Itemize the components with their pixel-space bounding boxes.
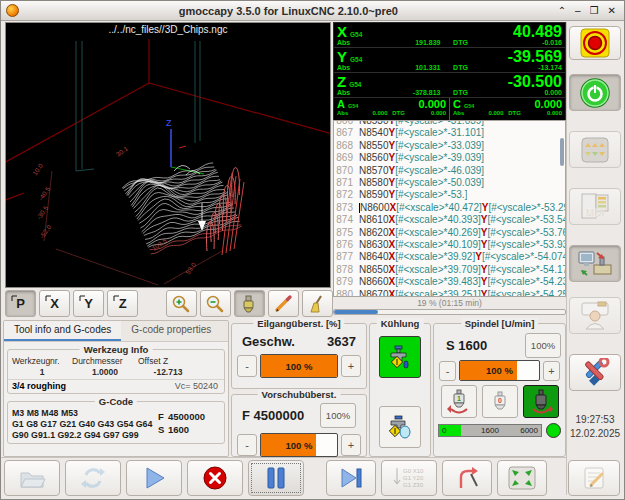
view-perspective-button[interactable]: P [5, 290, 36, 317]
active-m-codes: M3 M8 M48 M53 [12, 408, 158, 419]
dro-axis-c[interactable]: CG540.000 Abs0.000DTG0.000 [449, 98, 565, 120]
gcode-line[interactable]: 880N8670X[#<xscale>*39.251]Y[#<yscale>*-… [334, 289, 565, 297]
tool-diameter-value: 1.0000 [72, 366, 138, 377]
flood-coolant-button[interactable] [379, 336, 421, 378]
tool-vc: Vc= 50240 [175, 381, 218, 391]
tool-diameter-header: Durchmesser [72, 356, 138, 366]
preview-toolbar: P X Y Z [5, 290, 333, 318]
gcode-line[interactable]: 873N8600X[#<xscale>*40.472]Y[#<yscale>*-… [334, 202, 565, 214]
run-button[interactable] [126, 460, 182, 496]
shade-button[interactable]: ⌃ [558, 6, 566, 16]
mist-coolant-button[interactable] [379, 406, 421, 448]
view-x-button[interactable]: X [39, 290, 70, 317]
gremlin-preview[interactable]: Z 10.0-40.5-30.5-52.030.1103.553.0 ../..… [5, 22, 331, 288]
active-g-codes-2: G90 G91.1 G92.2 G94 G97 G99 [12, 430, 158, 441]
gcode-line[interactable]: 877N8640X[#<xscale>*39.92]Y[#<yscale>*-5… [334, 251, 565, 263]
toolpath-view-button[interactable] [234, 290, 265, 317]
maximize-button[interactable]: ❒ [590, 6, 599, 16]
tools-icon [578, 358, 612, 388]
edit-gcode-button[interactable] [568, 460, 620, 496]
gcode-line[interactable]: 868N8550Y[#<yscale>*-33.039] [334, 140, 565, 152]
gcode-line[interactable]: 874N8610X[#<xscale>*40.393]Y[#<yscale>*-… [334, 214, 565, 226]
werkzeug-info-title: Werkzeug Info [80, 344, 153, 355]
progress-text: 19 % (01:15 min) [333, 298, 566, 308]
dro-axis-y[interactable]: YG54-39.569 Abs101.331DTG-13.174 [334, 48, 565, 73]
spindle-reset-100-button[interactable]: 100% [525, 333, 561, 358]
gcode-line[interactable]: 876N8630X[#<xscale>*40.109]Y[#<yscale>*-… [334, 239, 565, 251]
spindle-bar-max: 6000 [520, 426, 538, 435]
reload-file-button[interactable] [65, 460, 121, 496]
spindle-minus-button[interactable]: - [439, 361, 456, 381]
gcode-view[interactable]: 866N8530Y[#<yscale>*-31.039]867N8540Y[#<… [333, 120, 566, 297]
svg-text:1: 1 [457, 395, 461, 402]
estop-icon [579, 28, 611, 58]
gcode-line[interactable]: 866N8530Y[#<yscale>*-31.039] [334, 120, 565, 127]
gcode-line[interactable]: 872N8590Y[#<yscale>*-53.] [334, 189, 565, 201]
dimensions-button[interactable] [268, 290, 299, 317]
mdi-icon: MDI [578, 192, 612, 222]
rapid-plus-button[interactable]: + [341, 355, 361, 377]
gcode-frame-title: G-Code [95, 396, 137, 407]
spindle-cw-button[interactable] [523, 385, 559, 418]
feed-override-scale[interactable]: 100 % [260, 433, 338, 457]
clear-plot-button[interactable] [302, 290, 333, 317]
gcode-line[interactable]: 871N8580Y[#<yscale>*-50.039] [334, 177, 565, 189]
program-control-bar: G0 X10 G1 Y20 G1 Z30 [4, 460, 564, 497]
active-feed: 4500000 [168, 410, 205, 423]
tool-offset-header: Offset Z [138, 356, 198, 366]
tab-tool-info[interactable]: Tool info and G-codes [4, 321, 121, 341]
spindle-bar-min: 0 [442, 426, 446, 435]
gcode-line[interactable]: 870N8570Y[#<yscale>*-46.039] [334, 165, 565, 177]
step-button[interactable] [326, 460, 376, 496]
run-from-line-button[interactable]: G0 X10 G1 Y20 G1 Z30 [381, 460, 437, 496]
gcode-line[interactable]: 878N8650X[#<xscale>*39.709]Y[#<yscale>*-… [334, 264, 565, 276]
dimension-label: 53.0 [184, 261, 197, 276]
gcode-line[interactable]: 879N8660X[#<xscale>*39.483]Y[#<yscale>*-… [334, 276, 565, 288]
view-y-button[interactable]: Y [73, 290, 104, 317]
fullscreen-preview-button[interactable] [497, 460, 547, 496]
gcode-line[interactable]: 875N8620X[#<xscale>*40.269]Y[#<yscale>*-… [334, 227, 565, 239]
spindle-plus-button[interactable]: + [543, 361, 560, 381]
view-z-button[interactable]: Z [107, 290, 138, 317]
auto-mode-icon [577, 249, 613, 279]
dro-axis-x[interactable]: XG5440.489 Abs191.839DTG-0.016 [334, 23, 565, 48]
feed-plus-button[interactable]: + [341, 434, 361, 456]
feed-minus-button[interactable]: - [237, 434, 257, 456]
machine-on-button[interactable] [569, 74, 621, 111]
spindle-override-scale[interactable]: 100 % [459, 360, 540, 381]
pause-button[interactable] [248, 460, 304, 496]
flood-coolant-icon [386, 343, 414, 371]
feed-reset-100-button[interactable]: 100% [320, 403, 356, 428]
gcode-line[interactable]: 867N8540Y[#<yscale>*-31.101] [334, 127, 565, 139]
close-button[interactable]: ✕ [608, 6, 616, 16]
run-from-line-icon: G0 X10 G1 Y20 G1 Z30 [389, 464, 429, 492]
skip-block-icon [454, 465, 480, 491]
zoom-out-button[interactable] [200, 290, 231, 317]
rapid-speed-label: Geschw. [242, 334, 295, 349]
rapid-override-scale[interactable]: 100 % [260, 354, 338, 378]
optional-block-button[interactable] [442, 460, 492, 496]
dro-axis-a[interactable]: AG540.000 Abs0.000DTG0.000 [334, 98, 449, 120]
gcode-scrollbar[interactable] [560, 123, 564, 295]
stop-button[interactable] [187, 460, 243, 496]
open-file-button[interactable] [4, 460, 60, 496]
gcode-line[interactable]: 869N8560Y[#<yscale>*-39.039] [334, 152, 565, 164]
zoom-in-icon [171, 294, 191, 314]
tool-number-header: Werkzeugnr. [12, 356, 72, 366]
estop-button[interactable] [569, 26, 621, 60]
spindle-ccw-button[interactable]: 1 [441, 385, 477, 418]
auto-mode-button[interactable] [569, 245, 621, 282]
manual-mode-button[interactable] [569, 131, 621, 168]
broom-icon [307, 294, 327, 314]
spindle-stop-button[interactable]: 0 [482, 385, 518, 418]
mode-sidebar: MDI [568, 22, 622, 441]
settings-button[interactable] [569, 354, 621, 391]
dro-axis-z[interactable]: ZG54-30.500 Abs-378.813DTG0.000 [334, 73, 565, 98]
mdi-mode-button[interactable]: MDI [569, 188, 621, 225]
user-settings-button[interactable] [569, 297, 621, 334]
rapid-minus-button[interactable]: - [237, 355, 257, 377]
svg-text:MDI: MDI [586, 208, 605, 219]
tab-gcode-properties[interactable]: G-code properties [121, 321, 221, 341]
minimize-button[interactable]: – [575, 6, 581, 16]
zoom-in-button[interactable] [166, 290, 197, 317]
